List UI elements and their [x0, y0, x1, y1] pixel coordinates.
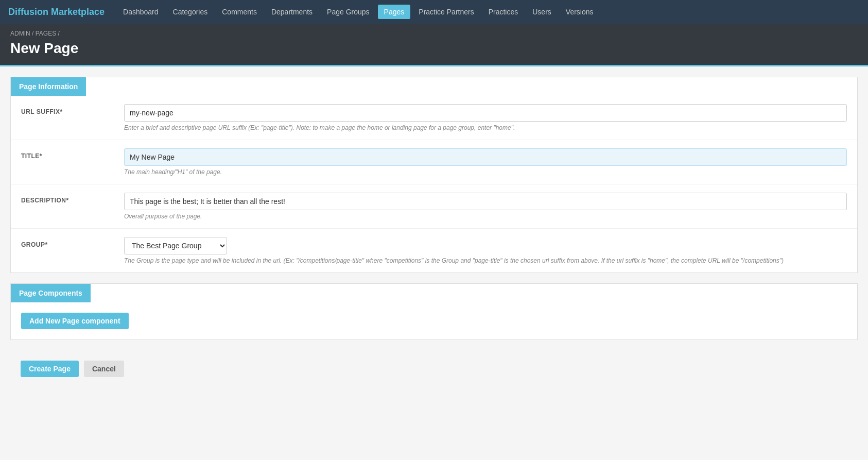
url-suffix-group: URL SUFFIX* Enter a brief and descriptiv… [11, 96, 857, 140]
brand-link[interactable]: Diffusion Marketplace [8, 7, 105, 18]
page-information-card: Page Information URL SUFFIX* Enter a bri… [10, 77, 858, 273]
title-label: TITLE* [21, 148, 124, 160]
description-hint: Overall purpose of the page. [124, 213, 847, 220]
components-body: Add New Page component [11, 302, 857, 339]
description-input[interactable] [124, 193, 847, 210]
group-hint: The Group is the page type and will be i… [124, 257, 847, 264]
breadcrumb: ADMIN / PAGES / [10, 30, 858, 37]
page-header: ADMIN / PAGES / New Page [0, 24, 868, 65]
title-hint: The main heading/"H1" of the page. [124, 168, 847, 176]
page-components-card: Page Components Add New Page component [10, 283, 858, 340]
nav-item-pages[interactable]: Pages [378, 5, 411, 19]
nav-item-practice-partners[interactable]: Practice Partners [412, 5, 480, 19]
nav-item-users[interactable]: Users [526, 5, 558, 19]
title-input[interactable] [124, 148, 847, 166]
nav-item-categories[interactable]: Categories [167, 5, 214, 19]
group-group: GROUP* The Best Page Group The Group is … [11, 229, 857, 272]
url-suffix-field: Enter a brief and descriptive page URL s… [124, 104, 847, 131]
title-field: The main heading/"H1" of the page. [124, 148, 847, 176]
main-content: Page Information URL SUFFIX* Enter a bri… [0, 66, 868, 398]
description-field: Overall purpose of the page. [124, 193, 847, 220]
nav-item-dashboard[interactable]: Dashboard [117, 5, 165, 19]
nav-item-page-groups[interactable]: Page Groups [321, 5, 376, 19]
nav-item-comments[interactable]: Comments [216, 5, 263, 19]
url-suffix-input[interactable] [124, 104, 847, 122]
url-suffix-label: URL SUFFIX* [21, 104, 124, 115]
nav-item-departments[interactable]: Departments [265, 5, 319, 19]
create-page-button[interactable]: Create Page [21, 361, 79, 377]
title-group: TITLE* The main heading/"H1" of the page… [11, 140, 857, 184]
nav-links: Dashboard Categories Comments Department… [117, 5, 599, 19]
group-select[interactable]: The Best Page Group [124, 237, 227, 254]
breadcrumb-admin[interactable]: ADMIN [10, 30, 30, 37]
group-label: GROUP* [21, 237, 124, 248]
cancel-button[interactable]: Cancel [84, 361, 124, 377]
nav-item-practices[interactable]: Practices [482, 5, 525, 19]
nav-item-versions[interactable]: Versions [560, 5, 600, 19]
form-actions: Create Page Cancel [10, 350, 858, 387]
description-group: DESCRIPTION* Overall purpose of the page… [11, 184, 857, 229]
group-field: The Best Page Group The Group is the pag… [124, 237, 847, 264]
add-component-button[interactable]: Add New Page component [21, 313, 129, 329]
page-information-header: Page Information [11, 77, 86, 96]
navbar: Diffusion Marketplace Dashboard Categori… [0, 0, 868, 24]
page-title: New Page [10, 40, 858, 57]
page-components-header: Page Components [11, 284, 91, 302]
description-label: DESCRIPTION* [21, 193, 124, 204]
url-suffix-hint: Enter a brief and descriptive page URL s… [124, 124, 847, 131]
breadcrumb-pages[interactable]: PAGES [36, 30, 56, 37]
